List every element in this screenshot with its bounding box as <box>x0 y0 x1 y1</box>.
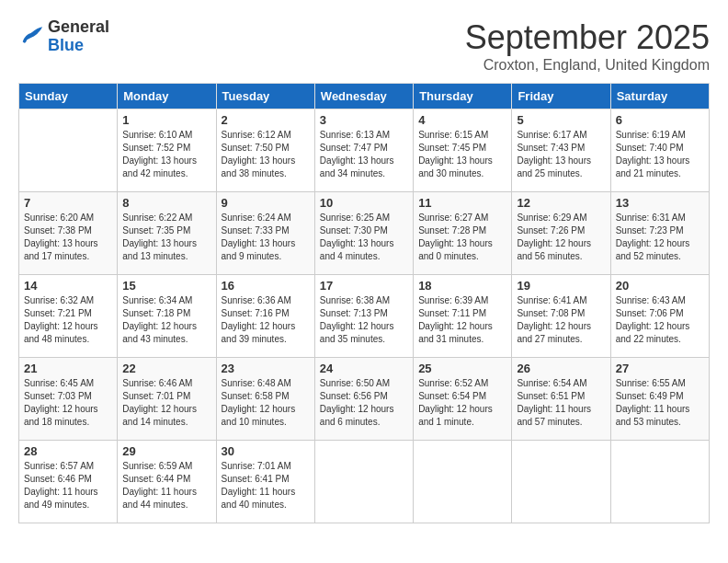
day-info: Sunrise: 6:13 AMSunset: 7:47 PMDaylight:… <box>320 129 408 180</box>
day-number: 22 <box>122 362 210 375</box>
calendar-cell <box>314 441 413 523</box>
day-info: Sunrise: 6:48 AMSunset: 6:58 PMDaylight:… <box>222 377 310 429</box>
day-number: 29 <box>122 444 210 458</box>
day-number: 8 <box>122 196 210 210</box>
weekday-header-wednesday: Wednesday <box>314 84 413 109</box>
calendar-cell: 9Sunrise: 6:24 AMSunset: 7:33 PMDaylight… <box>216 192 314 275</box>
day-info: Sunrise: 6:27 AMSunset: 7:28 PMDaylight:… <box>418 212 506 263</box>
day-number: 9 <box>222 196 310 210</box>
day-info: Sunrise: 6:32 AMSunset: 7:21 PMDaylight:… <box>24 294 112 346</box>
logo-bird-icon <box>18 26 44 48</box>
day-number: 20 <box>616 279 704 293</box>
day-info: Sunrise: 6:57 AMSunset: 6:46 PMDaylight:… <box>24 460 112 511</box>
calendar-cell: 28Sunrise: 6:57 AMSunset: 6:46 PMDayligh… <box>19 441 118 523</box>
calendar-table: SundayMondayTuesdayWednesdayThursdayFrid… <box>18 83 710 523</box>
calendar-cell: 25Sunrise: 6:52 AMSunset: 6:54 PMDayligh… <box>414 358 512 441</box>
day-number: 30 <box>222 444 310 458</box>
logo-text: General Blue <box>48 18 109 55</box>
day-info: Sunrise: 6:55 AMSunset: 6:49 PMDaylight:… <box>616 377 704 429</box>
day-number: 25 <box>418 362 506 375</box>
day-info: Sunrise: 6:39 AMSunset: 7:11 PMDaylight:… <box>418 294 506 346</box>
title-block: September 2025 Croxton, England, United … <box>465 18 710 74</box>
day-number: 17 <box>320 279 408 293</box>
calendar-cell: 1Sunrise: 6:10 AMSunset: 7:52 PMDaylight… <box>118 109 216 192</box>
calendar-cell: 7Sunrise: 6:20 AMSunset: 7:38 PMDaylight… <box>19 192 118 275</box>
day-info: Sunrise: 6:22 AMSunset: 7:35 PMDaylight:… <box>122 212 210 263</box>
calendar-cell: 5Sunrise: 6:17 AMSunset: 7:43 PMDaylight… <box>512 109 610 192</box>
calendar-cell <box>610 441 709 523</box>
day-info: Sunrise: 6:29 AMSunset: 7:26 PMDaylight:… <box>517 212 605 263</box>
day-number: 27 <box>616 362 704 375</box>
calendar-cell: 19Sunrise: 6:41 AMSunset: 7:08 PMDayligh… <box>512 275 610 358</box>
calendar-cell: 11Sunrise: 6:27 AMSunset: 7:28 PMDayligh… <box>414 192 512 275</box>
calendar-cell: 8Sunrise: 6:22 AMSunset: 7:35 PMDaylight… <box>118 192 216 275</box>
day-info: Sunrise: 6:34 AMSunset: 7:18 PMDaylight:… <box>122 294 210 346</box>
calendar-cell: 24Sunrise: 6:50 AMSunset: 6:56 PMDayligh… <box>314 358 413 441</box>
day-info: Sunrise: 6:46 AMSunset: 7:01 PMDaylight:… <box>122 377 210 429</box>
calendar-cell: 6Sunrise: 6:19 AMSunset: 7:40 PMDaylight… <box>610 109 709 192</box>
day-info: Sunrise: 7:01 AMSunset: 6:41 PMDaylight:… <box>222 460 310 511</box>
weekday-header-monday: Monday <box>118 84 216 109</box>
day-number: 5 <box>517 113 605 127</box>
weekday-header-saturday: Saturday <box>610 84 709 109</box>
day-number: 10 <box>320 196 408 210</box>
day-number: 16 <box>222 279 310 293</box>
weekday-header-friday: Friday <box>512 84 610 109</box>
calendar-cell: 30Sunrise: 7:01 AMSunset: 6:41 PMDayligh… <box>216 441 314 523</box>
day-number: 4 <box>418 113 506 127</box>
day-number: 19 <box>517 279 605 293</box>
day-number: 7 <box>24 196 112 210</box>
calendar-cell: 20Sunrise: 6:43 AMSunset: 7:06 PMDayligh… <box>610 275 709 358</box>
day-info: Sunrise: 6:38 AMSunset: 7:13 PMDaylight:… <box>320 294 408 346</box>
day-info: Sunrise: 6:31 AMSunset: 7:23 PMDaylight:… <box>616 212 704 263</box>
calendar-cell: 18Sunrise: 6:39 AMSunset: 7:11 PMDayligh… <box>414 275 512 358</box>
day-number: 15 <box>122 279 210 293</box>
day-number: 12 <box>517 196 605 210</box>
calendar-cell <box>414 441 512 523</box>
logo-general: General <box>48 17 109 36</box>
day-info: Sunrise: 6:50 AMSunset: 6:56 PMDaylight:… <box>320 377 408 429</box>
calendar-cell: 3Sunrise: 6:13 AMSunset: 7:47 PMDaylight… <box>314 109 413 192</box>
day-info: Sunrise: 6:36 AMSunset: 7:16 PMDaylight:… <box>222 294 310 346</box>
day-number: 24 <box>320 362 408 375</box>
calendar-cell: 21Sunrise: 6:45 AMSunset: 7:03 PMDayligh… <box>19 358 118 441</box>
calendar-cell: 29Sunrise: 6:59 AMSunset: 6:44 PMDayligh… <box>118 441 216 523</box>
day-info: Sunrise: 6:15 AMSunset: 7:45 PMDaylight:… <box>418 129 506 180</box>
day-number: 21 <box>24 362 112 375</box>
logo: General Blue <box>18 18 109 55</box>
calendar-cell <box>19 109 118 192</box>
calendar-cell: 27Sunrise: 6:55 AMSunset: 6:49 PMDayligh… <box>610 358 709 441</box>
calendar-cell: 4Sunrise: 6:15 AMSunset: 7:45 PMDaylight… <box>414 109 512 192</box>
day-info: Sunrise: 6:54 AMSunset: 6:51 PMDaylight:… <box>517 377 605 429</box>
day-info: Sunrise: 6:12 AMSunset: 7:50 PMDaylight:… <box>222 129 310 180</box>
calendar-cell <box>512 441 610 523</box>
day-info: Sunrise: 6:59 AMSunset: 6:44 PMDaylight:… <box>122 460 210 511</box>
calendar-cell: 23Sunrise: 6:48 AMSunset: 6:58 PMDayligh… <box>216 358 314 441</box>
weekday-header-tuesday: Tuesday <box>216 84 314 109</box>
calendar-cell: 2Sunrise: 6:12 AMSunset: 7:50 PMDaylight… <box>216 109 314 192</box>
day-info: Sunrise: 6:19 AMSunset: 7:40 PMDaylight:… <box>616 129 704 180</box>
day-info: Sunrise: 6:43 AMSunset: 7:06 PMDaylight:… <box>616 294 704 346</box>
weekday-header-sunday: Sunday <box>19 84 118 109</box>
day-info: Sunrise: 6:10 AMSunset: 7:52 PMDaylight:… <box>122 129 210 180</box>
month-title: September 2025 <box>465 18 710 57</box>
weekday-header-thursday: Thursday <box>414 84 512 109</box>
day-number: 2 <box>222 113 310 127</box>
calendar-cell: 16Sunrise: 6:36 AMSunset: 7:16 PMDayligh… <box>216 275 314 358</box>
day-number: 18 <box>418 279 506 293</box>
day-number: 1 <box>122 113 210 127</box>
calendar-cell: 26Sunrise: 6:54 AMSunset: 6:51 PMDayligh… <box>512 358 610 441</box>
location-subtitle: Croxton, England, United Kingdom <box>465 57 710 74</box>
logo-blue: Blue <box>48 36 84 54</box>
calendar-cell: 15Sunrise: 6:34 AMSunset: 7:18 PMDayligh… <box>118 275 216 358</box>
day-info: Sunrise: 6:41 AMSunset: 7:08 PMDaylight:… <box>517 294 605 346</box>
calendar-cell: 14Sunrise: 6:32 AMSunset: 7:21 PMDayligh… <box>19 275 118 358</box>
calendar-cell: 10Sunrise: 6:25 AMSunset: 7:30 PMDayligh… <box>314 192 413 275</box>
calendar-cell: 22Sunrise: 6:46 AMSunset: 7:01 PMDayligh… <box>118 358 216 441</box>
day-number: 11 <box>418 196 506 210</box>
day-info: Sunrise: 6:45 AMSunset: 7:03 PMDaylight:… <box>24 377 112 429</box>
day-info: Sunrise: 6:52 AMSunset: 6:54 PMDaylight:… <box>418 377 506 429</box>
calendar-cell: 13Sunrise: 6:31 AMSunset: 7:23 PMDayligh… <box>610 192 709 275</box>
day-info: Sunrise: 6:20 AMSunset: 7:38 PMDaylight:… <box>24 212 112 263</box>
day-info: Sunrise: 6:25 AMSunset: 7:30 PMDaylight:… <box>320 212 408 263</box>
